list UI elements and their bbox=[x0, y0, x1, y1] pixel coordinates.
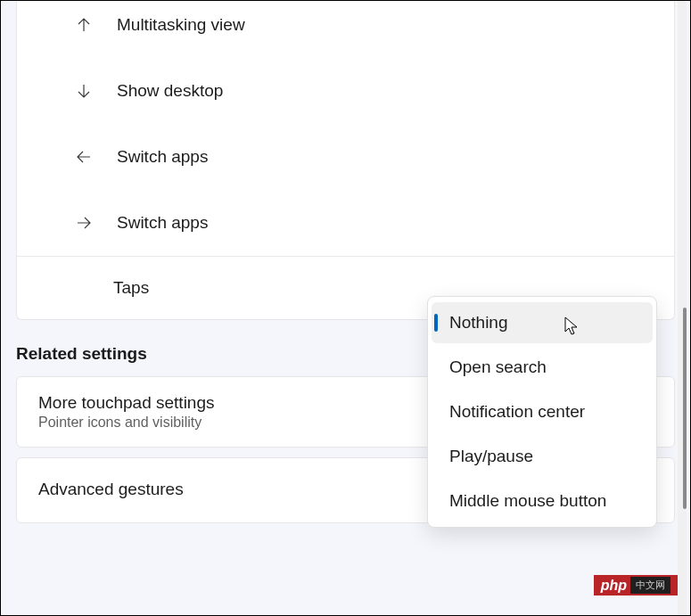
gestures-card: Multitasking view Show desktop Switch ap… bbox=[16, 1, 675, 320]
arrow-left-icon bbox=[70, 148, 97, 166]
watermark: php 中文网 bbox=[594, 575, 678, 595]
gesture-row-multitasking[interactable]: Multitasking view bbox=[17, 1, 674, 58]
arrow-up-icon bbox=[70, 16, 97, 34]
watermark-brand: php bbox=[601, 578, 627, 594]
dropdown-option-middle-mouse[interactable]: Middle mouse button bbox=[428, 479, 656, 523]
watermark-suffix: 中文网 bbox=[630, 577, 670, 594]
gesture-label: Multitasking view bbox=[117, 15, 245, 35]
dropdown-option-play-pause[interactable]: Play/pause bbox=[428, 434, 656, 479]
gesture-label: Switch apps bbox=[117, 147, 208, 167]
taps-dropdown[interactable]: Nothing Open search Notification center … bbox=[427, 296, 657, 528]
arrow-down-icon bbox=[70, 82, 97, 100]
dropdown-option-nothing[interactable]: Nothing bbox=[432, 302, 653, 343]
gesture-label: Switch apps bbox=[117, 213, 208, 233]
scrollbar-thumb[interactable] bbox=[683, 308, 687, 509]
dropdown-option-open-search[interactable]: Open search bbox=[428, 345, 656, 390]
arrow-right-icon bbox=[70, 214, 97, 232]
gesture-row-desktop[interactable]: Show desktop bbox=[17, 58, 674, 124]
dropdown-option-notification-center[interactable]: Notification center bbox=[428, 390, 656, 434]
gesture-row-switch-left[interactable]: Switch apps bbox=[17, 124, 674, 190]
gesture-row-switch-right[interactable]: Switch apps bbox=[17, 190, 674, 256]
taps-label: Taps bbox=[113, 278, 149, 298]
gesture-label: Show desktop bbox=[117, 81, 223, 101]
